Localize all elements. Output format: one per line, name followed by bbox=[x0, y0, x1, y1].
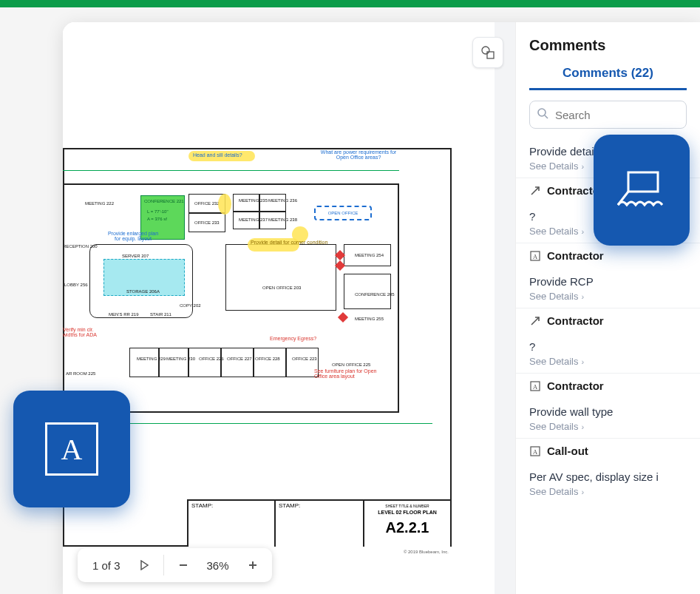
separator bbox=[163, 555, 164, 576]
room-box bbox=[254, 348, 286, 377]
copyright-text: © 2019 Bluebeam, Inc. bbox=[404, 550, 449, 554]
svg-line-8 bbox=[531, 317, 539, 325]
annotation-text[interactable]: Head and sill details? bbox=[193, 152, 242, 158]
comment-item[interactable]: ? See Details › bbox=[516, 333, 700, 373]
shapes-icon bbox=[480, 44, 496, 61]
annotation-text[interactable]: Verify min clr. widths for ADA bbox=[63, 327, 107, 337]
drawing-canvas[interactable]: CONFERENCE 221 L = 77'-10" A = 376 sf ST… bbox=[63, 22, 495, 594]
comment-author-row[interactable]: A Call-out bbox=[516, 438, 700, 463]
chevron-right-icon: › bbox=[581, 292, 584, 301]
room-box bbox=[344, 274, 391, 309]
see-details-label: See Details bbox=[529, 291, 578, 302]
comment-text: Provide wall type bbox=[529, 405, 687, 418]
see-details-link[interactable]: See Details › bbox=[529, 356, 687, 367]
annotation-text[interactable]: See furniture plan for Open Office area … bbox=[314, 368, 381, 379]
arrow-icon bbox=[529, 185, 541, 197]
room-box bbox=[259, 194, 286, 212]
chevron-right-icon: › bbox=[581, 357, 584, 366]
see-details-link[interactable]: See Details › bbox=[529, 291, 687, 302]
comment-item[interactable]: Provide RCP See Details › bbox=[516, 268, 700, 308]
titleblock: SHEET TITLE & NUMBER LEVEL 02 FLOOR PLAN… bbox=[363, 499, 452, 547]
svg-line-5 bbox=[531, 187, 539, 195]
plus-icon bbox=[248, 560, 258, 570]
next-page-button[interactable] bbox=[132, 553, 156, 577]
room-box bbox=[221, 348, 254, 377]
room-box bbox=[259, 212, 286, 229]
titleblock-title: LEVEL 02 FLOOR PLAN bbox=[364, 510, 450, 515]
see-details-label: See Details bbox=[529, 226, 578, 237]
room-box bbox=[233, 212, 259, 229]
svg-text:A: A bbox=[533, 448, 538, 456]
stamp-tool-tile[interactable] bbox=[594, 135, 690, 246]
room-box bbox=[344, 244, 391, 266]
titleblock-header: SHEET TITLE & NUMBER bbox=[364, 504, 450, 508]
sheet-number: A2.2.1 bbox=[364, 519, 450, 536]
chevron-right-icon: › bbox=[581, 162, 584, 171]
letter-a-icon: A bbox=[45, 422, 98, 476]
page-indicator: 1 of 3 bbox=[85, 559, 128, 572]
svg-line-4 bbox=[545, 115, 548, 118]
top-accent-bar bbox=[0, 0, 700, 7]
room-label: LOBBY 256 bbox=[64, 283, 88, 287]
comment-author: Contractor bbox=[547, 379, 604, 392]
comment-author-row[interactable]: A Contractor bbox=[516, 243, 700, 268]
letter-a-icon: A bbox=[529, 250, 541, 262]
search-wrap bbox=[529, 101, 687, 129]
comment-author: Call-out bbox=[547, 445, 588, 457]
stamp-label: STAMP: bbox=[279, 502, 300, 509]
zoom-out-button[interactable] bbox=[171, 553, 195, 577]
comment-author-row[interactable]: Contractor bbox=[516, 308, 700, 333]
dimension-line bbox=[63, 170, 399, 171]
room-box bbox=[89, 244, 193, 318]
room-dim-l: L = 77'-10" bbox=[147, 209, 169, 214]
svg-text:A: A bbox=[533, 383, 538, 391]
room-label: MEETING 255 bbox=[355, 317, 384, 321]
letter-a-icon: A bbox=[529, 445, 541, 457]
see-details-link[interactable]: See Details › bbox=[529, 421, 687, 432]
letter-a-icon: A bbox=[529, 380, 541, 392]
tab-comments[interactable]: Comments (22) bbox=[529, 61, 687, 90]
markup-highlight[interactable] bbox=[218, 194, 231, 215]
annotation-text[interactable]: What are power requirements for Open Off… bbox=[314, 149, 403, 160]
comment-text: ? bbox=[529, 340, 687, 353]
comment-item[interactable]: Per AV spec, display size i See Details … bbox=[516, 463, 700, 503]
comments-panel: Comments Comments (22) Provide details S… bbox=[515, 22, 700, 594]
annotation-text[interactable]: Provide enlarged plan for equip. layout bbox=[107, 231, 159, 241]
search-icon bbox=[537, 107, 548, 122]
room-box bbox=[233, 194, 259, 212]
see-details-label: See Details bbox=[529, 421, 578, 432]
text-box-tool-tile[interactable]: A bbox=[13, 391, 130, 507]
comment-item[interactable]: Provide wall type See Details › bbox=[516, 398, 700, 438]
annotation-text[interactable]: Emergency Egress? bbox=[270, 336, 316, 341]
viewer-toolbar: 1 of 3 36% bbox=[78, 548, 272, 582]
svg-text:A: A bbox=[533, 253, 538, 260]
comment-author-row[interactable]: A Contractor bbox=[516, 373, 700, 398]
shapes-tool-button[interactable] bbox=[472, 37, 503, 68]
app-window: CONFERENCE 221 L = 77'-10" A = 376 sf ST… bbox=[63, 22, 700, 594]
arrow-icon bbox=[529, 315, 541, 327]
comment-author: Contractor bbox=[547, 249, 604, 262]
room-label: OPEN OFFICE bbox=[328, 211, 359, 215]
svg-point-13 bbox=[482, 47, 489, 54]
panel-title: Comments bbox=[516, 22, 700, 61]
chevron-right-icon: › bbox=[581, 227, 584, 236]
see-details-label: See Details bbox=[529, 161, 578, 172]
annotation-text[interactable]: Provide detail for corner condition bbox=[251, 240, 327, 245]
see-details-link[interactable]: See Details › bbox=[529, 486, 687, 497]
open-office-cloud: OPEN OFFICE bbox=[314, 206, 372, 220]
room-box bbox=[188, 213, 225, 232]
room-label: MEETING 222 bbox=[85, 201, 114, 206]
zoom-in-button[interactable] bbox=[241, 553, 265, 577]
see-details-label: See Details bbox=[529, 356, 578, 367]
comment-author: Contractor bbox=[547, 314, 604, 327]
stamp-box: STAMP: bbox=[274, 499, 363, 547]
chevron-right-icon: › bbox=[581, 487, 584, 496]
svg-rect-15 bbox=[628, 172, 658, 192]
minus-icon bbox=[178, 560, 188, 570]
room-box bbox=[188, 348, 221, 377]
stamp-label: STAMP: bbox=[191, 502, 213, 509]
room-label: OPEN OFFICE 225 bbox=[332, 362, 370, 367]
search-input[interactable] bbox=[529, 101, 687, 129]
panel-gutter bbox=[495, 22, 515, 594]
comment-text: Provide RCP bbox=[529, 275, 687, 288]
